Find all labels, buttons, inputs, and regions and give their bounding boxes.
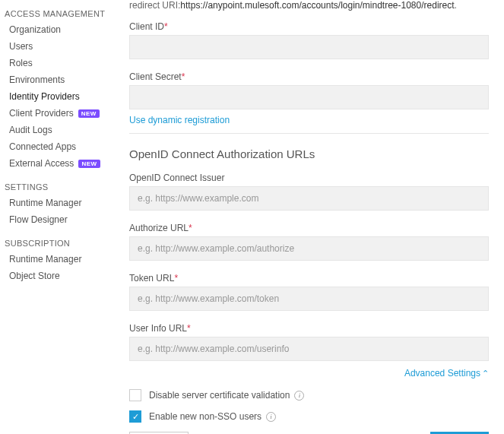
sidebar-item-external-access[interactable]: External Access NEW bbox=[5, 155, 106, 172]
redirect-uri-text: redirect URI:https://anypoint.mulesoft.c… bbox=[129, 0, 489, 11]
info-icon[interactable]: i bbox=[266, 412, 276, 422]
main-content: redirect URI:https://anypoint.mulesoft.c… bbox=[106, 0, 504, 434]
badge-new: NEW bbox=[78, 160, 100, 168]
sidebar-item-flow-designer[interactable]: Flow Designer bbox=[5, 211, 106, 228]
client-id-input[interactable] bbox=[129, 35, 489, 59]
userinfo-url-input[interactable] bbox=[129, 337, 489, 361]
authorize-url-input[interactable] bbox=[129, 236, 489, 261]
issuer-label: OpenID Connect Issuer bbox=[129, 173, 489, 183]
section-title-subscription: SUBSCRIPTION bbox=[5, 239, 106, 248]
section-title-settings: SETTINGS bbox=[5, 182, 106, 192]
sidebar-item-users[interactable]: Users bbox=[5, 38, 106, 55]
redirect-prefix: redirect URI: bbox=[129, 0, 180, 11]
userinfo-url-label: User Info URL* bbox=[129, 323, 489, 334]
badge-new: NEW bbox=[78, 109, 100, 118]
advanced-settings-toggle[interactable]: Advanced Settings⌃ bbox=[404, 368, 489, 379]
chevron-up-icon: ⌃ bbox=[482, 369, 489, 379]
token-url-label: Token URL* bbox=[129, 273, 489, 284]
sidebar: ACCESS MANAGEMENT Organization Users Rol… bbox=[0, 0, 106, 434]
enable-sso-checkbox[interactable] bbox=[129, 410, 141, 423]
section-heading-auth-urls: OpenID Connect Authorization URLs bbox=[129, 147, 489, 160]
sidebar-item-label: Client Providers bbox=[9, 108, 74, 119]
redirect-uri-value: https://anypoint.mulesoft.com/accounts/l… bbox=[180, 0, 454, 11]
sidebar-item-object-store[interactable]: Object Store bbox=[5, 268, 106, 284]
info-icon[interactable]: i bbox=[294, 391, 304, 401]
sidebar-item-audit-logs[interactable]: Audit Logs bbox=[5, 122, 106, 138]
disable-cert-checkbox[interactable] bbox=[129, 389, 141, 401]
sidebar-item-label: External Access bbox=[9, 158, 74, 169]
disable-cert-label: Disable server certificate validation bbox=[149, 390, 290, 401]
client-id-label: Client ID* bbox=[129, 21, 489, 32]
issuer-input[interactable] bbox=[129, 186, 489, 211]
sidebar-item-client-providers[interactable]: Client Providers NEW bbox=[5, 105, 106, 122]
section-title-access: ACCESS MANAGEMENT bbox=[5, 9, 106, 18]
client-secret-label: Client Secret* bbox=[129, 71, 489, 82]
divider bbox=[129, 133, 489, 134]
sidebar-item-roles[interactable]: Roles bbox=[5, 55, 106, 71]
redirect-suffix: . bbox=[455, 0, 457, 11]
enable-sso-label: Enable new non-SSO users bbox=[149, 411, 262, 422]
sidebar-item-environments[interactable]: Environments bbox=[5, 71, 106, 88]
sidebar-item-runtime-manager-settings[interactable]: Runtime Manager bbox=[5, 195, 106, 211]
authorize-url-label: Authorize URL* bbox=[129, 223, 489, 233]
dynamic-registration-link[interactable]: Use dynamic registration bbox=[129, 115, 230, 125]
sidebar-item-connected-apps[interactable]: Connected Apps bbox=[5, 138, 106, 155]
sidebar-item-runtime-manager-sub[interactable]: Runtime Manager bbox=[5, 251, 106, 268]
sidebar-item-identity-providers[interactable]: Identity Providers bbox=[5, 88, 106, 105]
sidebar-item-organization[interactable]: Organization bbox=[5, 21, 106, 38]
token-url-input[interactable] bbox=[129, 287, 489, 311]
client-secret-input[interactable] bbox=[129, 85, 489, 109]
